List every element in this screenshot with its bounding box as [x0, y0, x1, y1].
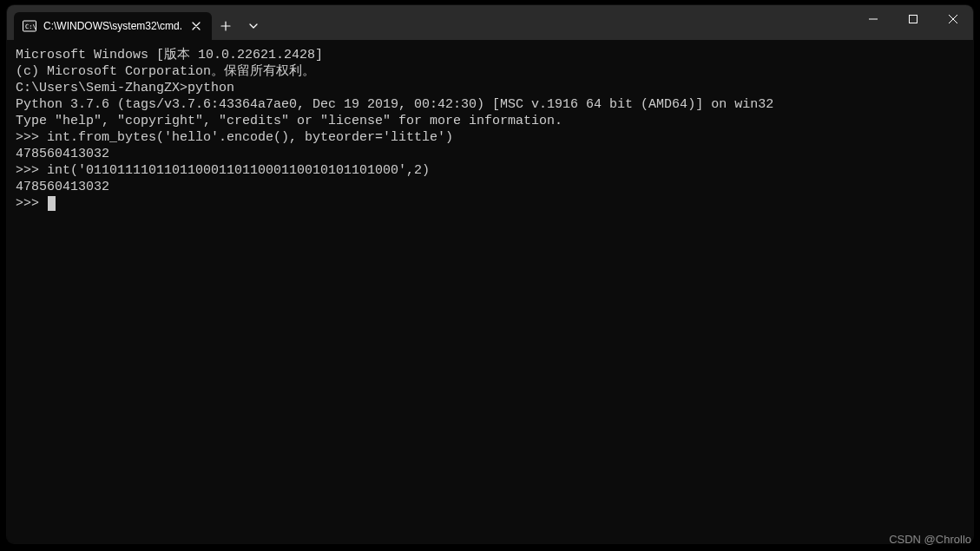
watermark: CSDN @Chrollo [889, 533, 971, 546]
svg-text:C:\: C:\ [25, 23, 36, 30]
terminal-line: C:\Users\Semi-ZhangZX>python [16, 80, 964, 96]
cursor [48, 196, 56, 211]
cmd-icon: C:\ [23, 19, 36, 33]
tab-title: C:\WINDOWS\system32\cmd. [43, 20, 182, 32]
minimize-button[interactable] [853, 5, 893, 33]
terminal-line: Microsoft Windows [版本 10.0.22621.2428] [16, 47, 964, 63]
terminal-line: 478560413032 [16, 179, 964, 195]
terminal-window: C:\ C:\WINDOWS\system32\cmd. [7, 5, 973, 543]
terminal-line: 478560413032 [16, 146, 964, 162]
terminal-line: >>> [16, 195, 964, 212]
tab-dropdown-button[interactable] [240, 12, 267, 40]
terminal-line: Python 3.7.6 (tags/v3.7.6:43364a7ae0, De… [16, 96, 964, 113]
window-controls [853, 5, 973, 33]
terminal-line: >>> int('0110111101101100011011000110010… [16, 162, 964, 179]
svg-rect-2 [910, 16, 918, 23]
terminal-line: Type "help", "copyright", "credits" or "… [16, 113, 964, 129]
tab-close-button[interactable] [189, 19, 203, 33]
new-tab-button[interactable] [212, 12, 240, 40]
active-tab[interactable]: C:\ C:\WINDOWS\system32\cmd. [14, 12, 212, 40]
titlebar: C:\ C:\WINDOWS\system32\cmd. [7, 5, 973, 40]
tab-strip: C:\ C:\WINDOWS\system32\cmd. [7, 5, 267, 40]
close-button[interactable] [933, 5, 973, 33]
terminal-output[interactable]: Microsoft Windows [版本 10.0.22621.2428](c… [7, 40, 973, 543]
terminal-line: (c) Microsoft Corporation。保留所有权利。 [16, 63, 964, 80]
terminal-line: >>> int.from_bytes('hello'.encode(), byt… [16, 129, 964, 146]
maximize-button[interactable] [893, 5, 933, 33]
